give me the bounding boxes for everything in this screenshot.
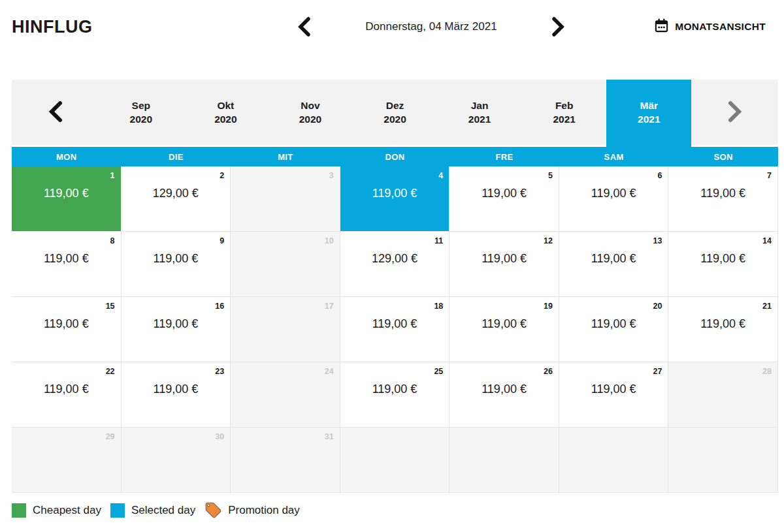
day-number: 14 <box>762 236 772 245</box>
day-price: 119,00 € <box>668 187 777 200</box>
day-number: 17 <box>325 302 334 311</box>
legend-label: Cheapest day <box>33 504 101 517</box>
next-day-button[interactable] <box>547 14 568 40</box>
day-number: 31 <box>325 432 334 441</box>
calendar-day-15[interactable]: 15119,00 € <box>12 297 122 362</box>
day-price: 119,00 € <box>12 317 121 331</box>
calendar-day-13[interactable]: 13119,00 € <box>559 232 669 297</box>
top-header: HINFLUG Donnerstag, 04 März 2021 <box>12 10 766 43</box>
month-view-button[interactable]: MONATSANSICHT <box>654 18 766 36</box>
calendar-day-25[interactable]: 25119,00 € <box>340 362 450 428</box>
day-number: 3 <box>329 171 334 180</box>
previous-day-button[interactable] <box>294 14 315 40</box>
day-number: 24 <box>325 367 334 376</box>
calendar-day-11[interactable]: 11129,00 € <box>340 232 450 297</box>
day-number: 29 <box>106 432 115 441</box>
chevron-right-icon <box>550 29 566 39</box>
month-tab-feb-2021[interactable]: Feb2021 <box>522 80 607 145</box>
day-number: 19 <box>544 302 553 311</box>
calendar-day-16[interactable]: 16119,00 € <box>122 297 231 362</box>
month-tab-sep-2020[interactable]: Sep2020 <box>99 80 184 145</box>
day-number: 9 <box>220 236 224 245</box>
calendar-day-3: 3 <box>231 166 340 232</box>
calendar-day-18[interactable]: 18119,00 € <box>340 297 450 362</box>
month-tab-jan-2021[interactable]: Jan2021 <box>437 80 522 145</box>
day-price: 119,00 € <box>122 383 231 396</box>
selected-day-swatch <box>110 503 125 518</box>
calendar-day-26[interactable]: 26119,00 € <box>449 362 559 428</box>
calendar-day-7[interactable]: 7119,00 € <box>668 166 778 232</box>
previous-month-button[interactable] <box>12 80 99 145</box>
month-year: 2021 <box>638 112 660 126</box>
calendar-day-6[interactable]: 6119,00 € <box>559 166 669 232</box>
weekday-label-die: DIE <box>122 147 231 166</box>
day-price: 119,00 € <box>12 383 121 396</box>
calendar-day-24: 24 <box>231 362 340 428</box>
weekday-label-fre: FRE <box>449 147 559 166</box>
calendar-day-20[interactable]: 20119,00 € <box>559 297 669 362</box>
calendar-day-23[interactable]: 23119,00 € <box>122 362 231 428</box>
calendar-day-27[interactable]: 27119,00 € <box>559 362 669 428</box>
day-number: 21 <box>762 302 772 311</box>
day-price: 119,00 € <box>668 317 777 331</box>
calendar-day-12[interactable]: 12119,00 € <box>449 232 559 297</box>
calendar-day-22[interactable]: 22119,00 € <box>12 362 122 428</box>
calendar-day-19[interactable]: 19119,00 € <box>449 297 559 362</box>
calendar-blank-cell <box>449 428 559 493</box>
month-tab-dez-2020[interactable]: Dez2020 <box>353 80 438 145</box>
calendar-day-5[interactable]: 5119,00 € <box>449 166 559 232</box>
day-number: 7 <box>767 171 772 180</box>
day-number: 6 <box>657 171 662 180</box>
day-number: 26 <box>544 367 553 376</box>
weekday-label-sam: SAM <box>559 147 669 166</box>
month-name: Jan <box>471 99 489 112</box>
day-price: 119,00 € <box>559 252 668 266</box>
day-price: 119,00 € <box>12 252 121 266</box>
legend-item-cheapest: Cheapest day <box>12 503 101 518</box>
day-price: 119,00 € <box>449 383 559 396</box>
day-number: 25 <box>434 367 443 376</box>
calendar-icon <box>654 18 669 36</box>
day-price: 119,00 € <box>559 383 668 396</box>
day-price: 129,00 € <box>122 187 231 200</box>
day-number: 4 <box>438 171 443 180</box>
calendar-day-4[interactable]: 4119,00 € <box>340 166 450 232</box>
day-number: 30 <box>215 432 224 441</box>
calendar-day-8[interactable]: 8119,00 € <box>12 232 122 297</box>
day-number: 27 <box>653 367 662 376</box>
calendar-day-17: 17 <box>231 297 340 362</box>
month-tab-mär-2021[interactable]: Mär2021 <box>606 80 691 145</box>
calendar-grid: 1119,00 €2129,00 €34119,00 €5119,00 €611… <box>12 166 778 493</box>
day-number: 2 <box>220 171 224 180</box>
month-year: 2020 <box>130 112 152 126</box>
month-year: 2020 <box>214 112 237 126</box>
month-view-label: MONATSANSICHT <box>675 21 766 33</box>
weekday-header-row: MONDIEMITDONFRESAMSON <box>12 147 778 166</box>
day-number: 28 <box>762 367 772 376</box>
month-tab-nov-2020[interactable]: Nov2020 <box>268 80 353 145</box>
month-navigation-bar: Sep2020Okt2020Nov2020Dez2020Jan2021Feb20… <box>12 80 778 145</box>
day-number: 18 <box>434 302 443 311</box>
legend-item-selected: Selected day <box>110 503 195 518</box>
calendar-blank-cell <box>668 428 778 493</box>
next-month-button[interactable] <box>691 80 778 145</box>
calendar-day-9[interactable]: 9119,00 € <box>122 232 231 297</box>
date-navigation: Donnerstag, 04 März 2021 <box>294 10 568 43</box>
chevron-left-icon <box>297 29 312 39</box>
month-name: Mär <box>640 99 658 112</box>
day-number: 11 <box>434 236 443 245</box>
legend-item-promotion: Promotion day <box>204 501 300 519</box>
month-year: 2020 <box>299 112 321 126</box>
calendar-day-2[interactable]: 2129,00 € <box>122 166 231 232</box>
day-price: 119,00 € <box>559 317 668 331</box>
calendar-blank-cell <box>559 428 669 493</box>
calendar-day-1[interactable]: 1119,00 € <box>12 166 122 232</box>
month-tab-okt-2020[interactable]: Okt2020 <box>184 80 269 145</box>
calendar-day-21[interactable]: 21119,00 € <box>668 297 778 362</box>
day-number: 23 <box>215 367 224 376</box>
calendar-day-14[interactable]: 14119,00 € <box>668 232 778 297</box>
day-price: 119,00 € <box>449 317 559 331</box>
cheapest-day-swatch <box>12 503 26 518</box>
day-number: 16 <box>215 302 224 311</box>
weekday-label-son: SON <box>668 147 778 166</box>
